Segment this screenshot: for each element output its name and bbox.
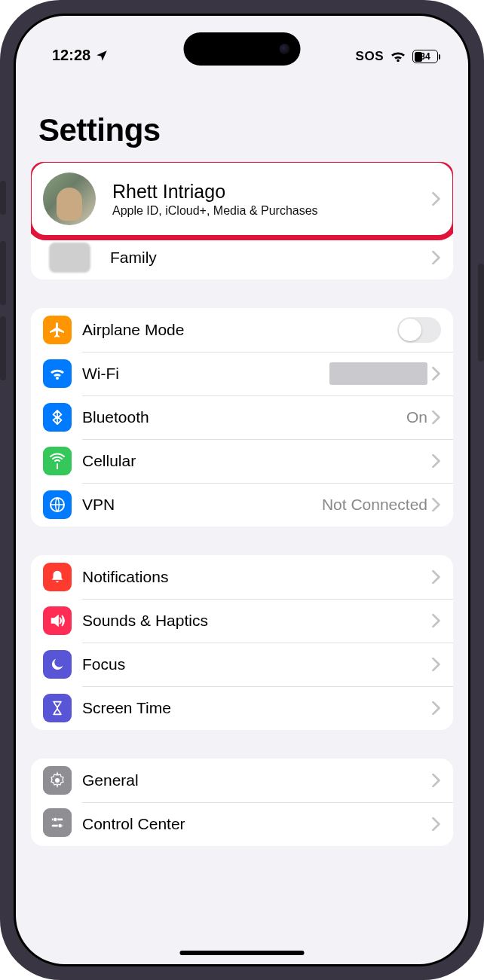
chevron-right-icon	[432, 454, 441, 468]
airplane-mode-row[interactable]: Airplane Mode	[31, 308, 453, 352]
cellular-icon	[43, 447, 72, 475]
profile-subtitle: Apple ID, iCloud+, Media & Purchases	[112, 204, 432, 218]
globe-icon	[43, 490, 72, 519]
hourglass-icon	[43, 694, 72, 722]
wifi-settings-icon	[43, 359, 72, 388]
chevron-right-icon	[432, 192, 441, 206]
sos-label: SOS	[356, 49, 384, 64]
bell-icon	[43, 563, 72, 591]
bluetooth-label: Bluetooth	[82, 408, 406, 426]
chevron-right-icon	[432, 411, 441, 424]
sliders-icon	[43, 808, 72, 837]
battery-icon: 34	[412, 50, 438, 63]
wifi-label: Wi-Fi	[82, 365, 329, 383]
vpn-status: Not Connected	[322, 496, 427, 514]
bluetooth-icon	[43, 403, 72, 432]
apple-id-row[interactable]: Rhett Intriago Apple ID, iCloud+, Media …	[31, 162, 453, 236]
focus-row[interactable]: Focus	[31, 643, 453, 686]
chevron-right-icon	[432, 658, 441, 671]
notifications-row[interactable]: Notifications	[31, 555, 453, 599]
notifications-label: Notifications	[82, 568, 432, 586]
moon-icon	[43, 650, 72, 679]
toggle-knob	[399, 319, 421, 341]
screen-time-row[interactable]: Screen Time	[31, 686, 453, 730]
volume-down-button	[0, 316, 6, 380]
group-account: Rhett Intriago Apple ID, iCloud+, Media …	[31, 162, 453, 279]
cellular-label: Cellular	[82, 452, 432, 470]
volume-up-button	[0, 241, 6, 305]
avatar	[43, 172, 96, 225]
screen: 12:28 SOS 34 Settings	[16, 16, 468, 964]
airplane-label: Airplane Mode	[82, 321, 397, 339]
wifi-icon	[390, 50, 406, 63]
group-network: Airplane Mode Wi-Fi	[31, 308, 453, 527]
chevron-right-icon	[432, 701, 441, 715]
home-indicator[interactable]	[180, 951, 305, 955]
family-row[interactable]: Family	[31, 236, 453, 279]
chevron-right-icon	[432, 498, 441, 511]
sounds-row[interactable]: Sounds & Haptics	[31, 599, 453, 643]
control-center-label: Control Center	[82, 815, 432, 833]
group-system: Notifications Sounds & Haptics	[31, 555, 453, 730]
chevron-right-icon	[432, 614, 441, 627]
speaker-icon	[43, 606, 72, 635]
bluetooth-row[interactable]: Bluetooth On	[31, 395, 453, 439]
chevron-right-icon	[432, 817, 441, 831]
control-center-row[interactable]: Control Center	[31, 802, 453, 846]
general-row[interactable]: General	[31, 759, 453, 802]
chevron-right-icon	[432, 774, 441, 787]
group-general: General Control Center	[31, 759, 453, 846]
vpn-label: VPN	[82, 496, 322, 514]
family-label: Family	[110, 249, 432, 267]
airplane-icon	[43, 316, 72, 344]
svg-point-1	[55, 778, 60, 783]
status-time: 12:28	[52, 47, 90, 64]
device-frame: 12:28 SOS 34 Settings	[0, 0, 484, 980]
wifi-network-name-redacted	[329, 362, 427, 385]
sounds-label: Sounds & Haptics	[82, 612, 432, 630]
chevron-right-icon	[432, 367, 441, 380]
gear-icon	[43, 766, 72, 795]
airplane-toggle[interactable]	[397, 317, 441, 343]
chevron-right-icon	[432, 570, 441, 584]
focus-label: Focus	[82, 655, 432, 673]
mute-switch	[0, 181, 6, 215]
screen-time-label: Screen Time	[82, 699, 432, 717]
bluetooth-status: On	[406, 408, 427, 426]
location-icon	[95, 49, 109, 63]
page-title: Settings	[16, 69, 468, 162]
front-camera-icon	[280, 44, 290, 54]
svg-point-4	[54, 817, 58, 822]
cellular-row[interactable]: Cellular	[31, 439, 453, 483]
profile-name: Rhett Intriago	[112, 181, 432, 203]
general-label: General	[82, 771, 432, 789]
family-avatar	[49, 243, 90, 273]
power-button	[478, 264, 484, 362]
battery-percent: 34	[420, 51, 430, 62]
wifi-row[interactable]: Wi-Fi	[31, 352, 453, 395]
vpn-row[interactable]: VPN Not Connected	[31, 483, 453, 527]
chevron-right-icon	[432, 251, 441, 264]
svg-point-5	[58, 823, 63, 828]
dynamic-island	[184, 32, 301, 66]
